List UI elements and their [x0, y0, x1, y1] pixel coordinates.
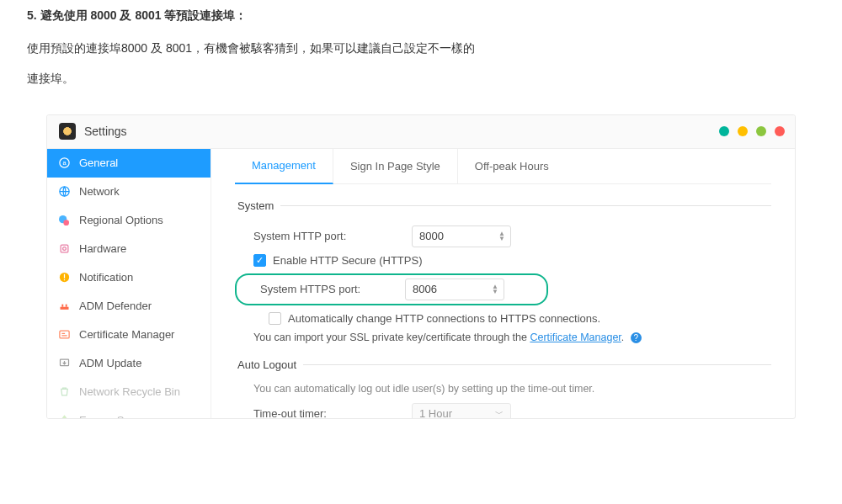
sidebar-item-cert[interactable]: Certificate Manager: [47, 321, 210, 349]
timeout-value: 1 Hour: [419, 407, 452, 418]
svg-rect-9: [63, 279, 64, 280]
defender-icon: [57, 300, 71, 313]
window-dot-3[interactable]: [756, 126, 766, 136]
svg-rect-12: [65, 305, 67, 307]
recycle-icon: [57, 385, 71, 399]
auto-redirect-checkbox[interactable]: [269, 312, 281, 325]
sidebar: a General Network Regional Options: [47, 149, 211, 418]
sidebar-item-label: Notification: [79, 271, 133, 284]
sidebar-item-notification[interactable]: Notification: [47, 263, 210, 292]
energy-icon: [57, 414, 71, 418]
sidebar-item-label: ADM Update: [79, 357, 141, 369]
timeout-select[interactable]: 1 Hour ﹀: [412, 403, 511, 418]
chevron-down-icon: ﹀: [495, 408, 504, 418]
sidebar-item-label: Network: [79, 185, 120, 198]
sidebar-item-update[interactable]: ADM Update: [47, 349, 210, 378]
system-fieldset: System System HTTP port: 8000 ▲▼ ✓ Enabl…: [235, 199, 771, 343]
settings-window: Settings a General: [46, 114, 796, 419]
window-dot-1[interactable]: [719, 126, 729, 136]
sidebar-item-general[interactable]: a General: [47, 149, 210, 178]
cert-icon: [57, 328, 71, 342]
http-port-value: 8000: [419, 230, 444, 242]
ssl-note: You can import your SSL private key/cert…: [253, 332, 771, 343]
svg-text:a: a: [62, 159, 67, 167]
tab-signin[interactable]: Sign In Page Style: [333, 149, 458, 183]
sidebar-item-label: Regional Options: [79, 214, 163, 226]
auto-redirect-label: Automatically change HTTP connections to…: [288, 312, 600, 325]
window-dot-4[interactable]: [775, 126, 785, 136]
svg-rect-5: [61, 245, 68, 252]
content-panel: Management Sign In Page Style Off-peak H…: [211, 149, 795, 418]
https-port-spinner[interactable]: ▲▼: [492, 284, 498, 294]
doc-p2: 連接埠。: [27, 69, 815, 89]
tab-offpeak[interactable]: Off-peak Hours: [458, 149, 566, 183]
sidebar-item-energy[interactable]: Energy Saver: [47, 406, 210, 418]
settings-app-icon: [59, 123, 76, 140]
sidebar-item-label: ADM Defender: [79, 300, 152, 312]
svg-point-6: [62, 247, 66, 251]
regional-icon: [57, 214, 71, 227]
doc-p1: 使用預設的連接埠8000 及 8001，有機會被駭客猜到，如果可以建議自己設定不…: [27, 39, 815, 59]
https-port-input[interactable]: 8006 ▲▼: [405, 279, 504, 300]
sidebar-item-label: Network Recycle Bin: [79, 385, 180, 398]
enable-https-checkbox[interactable]: ✓: [253, 254, 266, 267]
https-port-highlight: System HTTPS port: 8006 ▲▼: [235, 273, 548, 305]
http-port-label: System HTTP port:: [235, 230, 412, 242]
https-port-label: System HTTPS port:: [237, 283, 405, 295]
titlebar: Settings: [47, 115, 795, 149]
sidebar-item-regional[interactable]: Regional Options: [47, 206, 210, 235]
autologout-fieldset: Auto Logout You can automatically log ou…: [235, 358, 771, 418]
window-dot-2[interactable]: [738, 126, 748, 136]
cert-manager-link[interactable]: Certificate Manager: [530, 332, 621, 343]
http-port-spinner[interactable]: ▲▼: [498, 231, 505, 241]
svg-rect-13: [59, 331, 68, 338]
enable-https-label: Enable HTTP Secure (HTTPS): [273, 254, 422, 267]
general-icon: a: [57, 157, 71, 170]
sidebar-item-defender[interactable]: ADM Defender: [47, 292, 210, 321]
svg-rect-11: [61, 305, 63, 307]
svg-rect-8: [63, 274, 64, 279]
sidebar-item-recycle[interactable]: Network Recycle Bin: [47, 378, 210, 406]
network-icon: [57, 185, 71, 199]
https-port-value: 8006: [413, 283, 437, 295]
update-icon: [57, 357, 71, 370]
svg-point-4: [63, 220, 69, 225]
hardware-icon: [57, 242, 71, 256]
tab-management[interactable]: Management: [235, 149, 333, 184]
doc-heading: 5. 避免使用 8000 及 8001 等預設連接埠：: [27, 8, 815, 24]
notification-icon: [57, 271, 71, 284]
info-icon[interactable]: ?: [631, 332, 642, 343]
sidebar-item-label: General: [79, 157, 118, 169]
tabs: Management Sign In Page Style Off-peak H…: [235, 149, 771, 184]
timeout-label: Time-out timer:: [235, 407, 412, 418]
svg-rect-10: [60, 307, 68, 310]
system-legend: System: [235, 199, 280, 212]
sidebar-item-label: Certificate Manager: [79, 328, 174, 341]
window-title: Settings: [84, 125, 127, 138]
sidebar-item-network[interactable]: Network: [47, 178, 210, 206]
sidebar-item-label: Hardware: [79, 242, 126, 255]
window-controls: [719, 126, 785, 136]
sidebar-item-label: Energy Saver: [79, 414, 146, 418]
autologout-legend: Auto Logout: [235, 358, 303, 371]
http-port-input[interactable]: 8000 ▲▼: [412, 225, 511, 247]
autologout-note: You can automatically log out idle user(…: [253, 383, 771, 395]
sidebar-item-hardware[interactable]: Hardware: [47, 235, 210, 263]
